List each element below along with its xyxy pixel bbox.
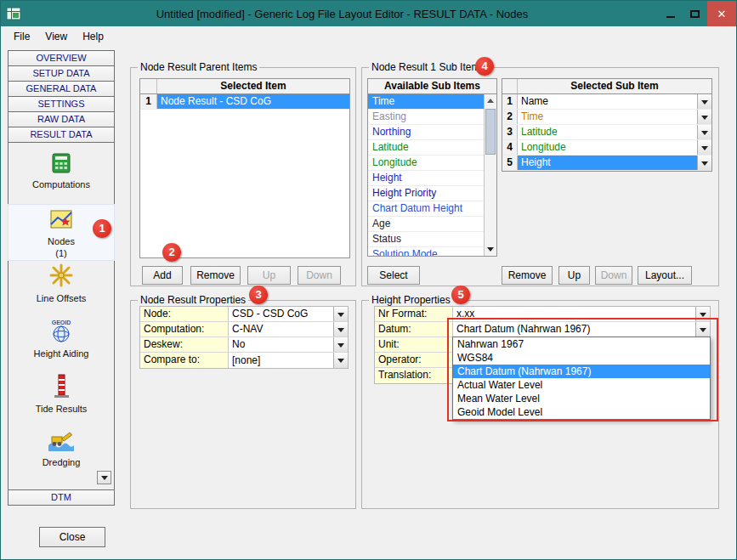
chevron-down-icon bbox=[700, 328, 706, 336]
sidebar-item-overview[interactable]: OVERVIEW bbox=[8, 50, 115, 66]
layout-button[interactable]: Layout... bbox=[638, 266, 692, 285]
menu-help[interactable]: Help bbox=[75, 28, 111, 45]
dropdown-arrow-button[interactable] bbox=[333, 307, 348, 321]
available-item[interactable]: Solution Mode bbox=[368, 247, 484, 257]
menu-view[interactable]: View bbox=[37, 28, 75, 45]
sidebar-item-settings[interactable]: SETTINGS bbox=[8, 96, 115, 112]
selected-sub-items-table: Selected Sub Item 1 Name 2 Time 3 Latitu… bbox=[502, 78, 712, 172]
sidebar-item-general-data[interactable]: GENERAL DATA bbox=[8, 81, 115, 97]
down-button[interactable]: Down bbox=[595, 266, 632, 285]
scrollbar[interactable] bbox=[484, 94, 496, 256]
dropdown-option[interactable]: Actual Water Level bbox=[453, 378, 710, 392]
category-line-offsets[interactable]: Line Offsets bbox=[9, 260, 114, 315]
node-properties-group: Node Result Properties Node: CSD - CSD C… bbox=[130, 300, 356, 509]
deskew-combobox[interactable]: No bbox=[229, 337, 348, 352]
property-row: Compare to: [none] bbox=[140, 353, 348, 368]
geoid-globe-icon: GEOID bbox=[47, 318, 76, 347]
sidebar-item-setup-data[interactable]: SETUP DATA bbox=[8, 65, 115, 82]
dialog-close-button[interactable]: Close bbox=[39, 527, 105, 547]
calculator-icon bbox=[50, 152, 72, 178]
scrollbar-thumb[interactable] bbox=[485, 109, 496, 155]
dropdown-option[interactable]: Geoid Model Level bbox=[453, 405, 710, 419]
available-item[interactable]: Longitude bbox=[368, 156, 484, 171]
add-button[interactable]: Add bbox=[142, 266, 183, 285]
up-button[interactable]: Up bbox=[247, 266, 291, 285]
selected-subitem-row[interactable]: 4 Longitude bbox=[502, 140, 711, 156]
category-nodes[interactable]: Nodes (1) bbox=[9, 205, 114, 260]
selected-subitem-row[interactable]: 1 Name bbox=[502, 94, 711, 110]
property-label: Deskew: bbox=[140, 337, 229, 352]
property-row: Computation: C-NAV bbox=[140, 322, 348, 337]
menu-file[interactable]: File bbox=[6, 28, 37, 45]
row-number: 1 bbox=[502, 94, 518, 109]
row-number-header bbox=[502, 79, 518, 93]
dropdown-option[interactable]: Chart Datum (Nahrwan 1967) bbox=[453, 365, 710, 378]
available-item[interactable]: Northing bbox=[368, 125, 484, 140]
scroll-up-button[interactable] bbox=[485, 94, 496, 107]
subitem-name: Time bbox=[521, 110, 697, 124]
dropdown-arrow-button[interactable] bbox=[697, 156, 711, 170]
subitem-name: Longitude bbox=[521, 140, 697, 155]
nr-format-combobox[interactable]: x.xx bbox=[453, 307, 710, 321]
scroll-down-button[interactable] bbox=[485, 243, 496, 256]
dropdown-arrow-button[interactable] bbox=[695, 322, 710, 337]
category-computations[interactable]: Computations bbox=[9, 150, 114, 205]
parent-items-table: Selected Item 1 Node Result - CSD CoG bbox=[139, 78, 350, 258]
dropdown-arrow-button[interactable] bbox=[333, 353, 348, 368]
available-item[interactable]: Status bbox=[368, 232, 484, 247]
dropdown-arrow-button[interactable] bbox=[697, 94, 711, 109]
available-item[interactable]: Chart Datum Height bbox=[368, 201, 484, 217]
dropdown-option[interactable]: Mean Water Level bbox=[453, 392, 710, 405]
category-label: Line Offsets bbox=[37, 293, 87, 303]
down-button[interactable]: Down bbox=[298, 266, 341, 285]
dropdown-arrow-button[interactable] bbox=[697, 125, 711, 139]
sidebar-item-result-data[interactable]: RESULT DATA bbox=[8, 127, 115, 143]
dropdown-arrow-button[interactable] bbox=[697, 110, 711, 124]
property-row: Node: CSD - CSD CoG bbox=[140, 307, 348, 322]
category-tide-results[interactable]: Tide Results bbox=[9, 371, 114, 426]
remove-button[interactable]: Remove bbox=[190, 266, 241, 285]
triangle-up-icon bbox=[487, 95, 494, 103]
list-header: Available Sub Items bbox=[368, 79, 496, 94]
property-value: C-NAV bbox=[232, 322, 333, 337]
datum-combobox[interactable]: Chart Datum (Nahrwan 1967) bbox=[453, 322, 710, 337]
available-item[interactable]: Time bbox=[368, 94, 484, 110]
parent-items-group: Node Result Parent Items Selected Item 1… bbox=[130, 67, 356, 286]
category-scroll-dropdown-button[interactable] bbox=[97, 471, 111, 484]
dropdown-arrow-button[interactable] bbox=[695, 307, 710, 321]
dropdown-arrow-button[interactable] bbox=[333, 337, 348, 352]
available-item[interactable]: Height bbox=[368, 171, 484, 186]
property-value: CSD - CSD CoG bbox=[232, 307, 333, 321]
selected-subitem-row[interactable]: 5 Height bbox=[502, 156, 711, 171]
dropdown-option[interactable]: Nahrwan 1967 bbox=[453, 337, 710, 351]
table-row[interactable]: 1 Node Result - CSD CoG bbox=[140, 94, 349, 110]
remove-button[interactable]: Remove bbox=[502, 266, 553, 285]
sidebar-item-dtm[interactable]: DTM bbox=[8, 489, 115, 506]
property-label: Operator: bbox=[375, 353, 453, 367]
close-window-button[interactable]: ✕ bbox=[707, 1, 736, 26]
node-combobox[interactable]: CSD - CSD CoG bbox=[229, 307, 348, 321]
selected-subitem-row[interactable]: 3 Latitude bbox=[502, 125, 711, 140]
dropdown-arrow-button[interactable] bbox=[697, 140, 711, 155]
select-button[interactable]: Select bbox=[367, 266, 420, 285]
up-button[interactable]: Up bbox=[558, 266, 590, 285]
available-item[interactable]: Easting bbox=[368, 110, 484, 125]
available-item[interactable]: Latitude bbox=[368, 140, 484, 156]
svg-text:GEOID: GEOID bbox=[52, 320, 71, 325]
category-height-aiding[interactable]: GEOID Height Aiding bbox=[9, 315, 114, 371]
selected-subitem-row[interactable]: 2 Time bbox=[502, 110, 711, 125]
maximize-button[interactable] bbox=[683, 1, 707, 26]
available-item[interactable]: Height Priority bbox=[368, 186, 484, 201]
available-item[interactable]: Age bbox=[368, 217, 484, 232]
computation-combobox[interactable]: C-NAV bbox=[229, 322, 348, 337]
row-number: 4 bbox=[502, 140, 518, 155]
group-title: Node Result Parent Items bbox=[138, 61, 259, 73]
dropdown-arrow-button[interactable] bbox=[333, 322, 348, 337]
category-label: Nodes bbox=[48, 236, 75, 246]
property-label: Unit: bbox=[375, 337, 453, 352]
minimize-button[interactable] bbox=[658, 1, 683, 26]
compare-to-combobox[interactable]: [none] bbox=[229, 353, 348, 368]
sidebar-item-raw-data[interactable]: RAW DATA bbox=[8, 111, 115, 127]
chevron-down-icon bbox=[337, 343, 344, 351]
dropdown-option[interactable]: WGS84 bbox=[453, 351, 710, 365]
